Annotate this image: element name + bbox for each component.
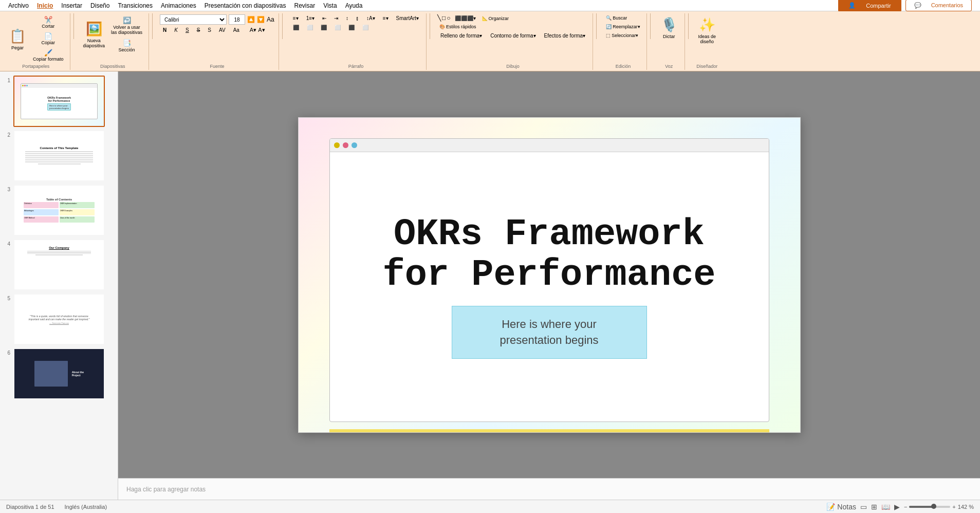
dot-pink [343, 142, 348, 148]
align-right-button[interactable]: ⬛ [318, 24, 330, 31]
text-case-button[interactable]: Aa [230, 26, 243, 34]
outline-button[interactable]: Contorno de forma▾ [487, 32, 539, 40]
menu-insertar[interactable]: Insertar [57, 1, 86, 10]
shapes-more-button[interactable]: ⬛⬛⬛▾ [452, 14, 479, 22]
shape-rect-button[interactable]: □ [442, 14, 446, 22]
columns-button[interactable]: ⫿ [353, 14, 362, 22]
slide-image-3[interactable]: Table of Contents Definition OKR Impleme… [13, 185, 105, 236]
shape-arrow-button[interactable]: ╲ [437, 14, 441, 22]
reading-view-button[interactable]: 📖 [881, 503, 890, 511]
indent-decrease-button[interactable]: ⇤ [319, 14, 329, 22]
select-button[interactable]: ⬚ Seleccionar▾ [604, 32, 642, 39]
ribbon-group-parrafo: ≡▾ 1≡▾ ⇤ ⇥ ↕ ⫿ ↕A▾ ≡▾ SmartArt▾ ⬛ ⬜ ⬛ ⬜ … [286, 13, 427, 70]
slide-image-1[interactable]: OKRs Frameworkfor Performance Here is wh… [13, 76, 105, 127]
search-button[interactable]: 🔍 Buscar [604, 14, 642, 22]
browser-chrome: OKRs Framework for Performance Here is w… [329, 138, 769, 422]
slide-image-4[interactable]: Our Company [13, 239, 105, 290]
justify-button[interactable]: ⬜ [331, 24, 344, 31]
column-align-button[interactable]: ⬜ [359, 24, 372, 31]
slide-thumb-1[interactable]: 1 OKRs Frameworkfor Performance Here is … [3, 76, 115, 127]
notes-area[interactable]: Haga clic para agregar notas [118, 478, 980, 500]
zoom-out-button[interactable]: − [904, 504, 907, 510]
highlight-color-button[interactable]: A▾ [258, 27, 265, 33]
font-family-select[interactable]: Calibri [160, 14, 227, 25]
italic-button[interactable]: K [171, 26, 181, 34]
dot-blue [352, 142, 357, 148]
fill-button[interactable]: Relleno de forma▾ [437, 32, 485, 40]
bold-button[interactable]: N [160, 26, 170, 34]
design-ideas-button[interactable]: ✨ Ideas dediseño [696, 14, 718, 45]
normal-view-button[interactable]: ▭ [860, 503, 867, 511]
menu-archivo[interactable]: Archivo [4, 1, 33, 10]
numbered-list-button[interactable]: 1≡▾ [303, 14, 318, 22]
share-button[interactable]: 👤 Compartir [838, 0, 901, 12]
slide-canvas[interactable]: OKRs Framework for Performance Here is w… [298, 117, 801, 433]
menu-ayuda[interactable]: Ayuda [341, 1, 367, 10]
ribbon-content: 📋 Pegar ✂️ Cortar 📄 Copiar 🖌️ Copiar for… [0, 11, 980, 71]
menu-diseno[interactable]: Diseño [86, 1, 114, 10]
menu-transiciones[interactable]: Transiciones [114, 1, 157, 10]
reuse-slides-button[interactable]: ↩️ Volver a usarlas diapositivas [109, 14, 144, 36]
bullet-list-button[interactable]: ≡▾ [290, 14, 302, 22]
slide-bottom-accent [329, 429, 769, 432]
slide-image-6[interactable]: About theProject [13, 348, 105, 399]
font-color-button[interactable]: A▾ [250, 27, 256, 33]
align-text-button[interactable]: ≡▾ [380, 14, 392, 22]
new-slide-button[interactable]: 🖼️ Nuevadiapositiva [81, 19, 107, 49]
slide-thumb-6[interactable]: 6 About theProject [3, 348, 115, 399]
ribbon-group-portapapeles: 📋 Pegar ✂️ Cortar 📄 Copiar 🖌️ Copiar for… [2, 13, 70, 70]
menu-animaciones[interactable]: Animaciones [157, 1, 200, 10]
font-size-down-button[interactable]: 🔽 [257, 16, 265, 23]
indent-increase-button[interactable]: ⇥ [331, 14, 341, 22]
dictate-button[interactable]: 🎙️ Dictar [658, 14, 680, 40]
align-left-button[interactable]: ⬛ [290, 24, 302, 31]
slide-image-2[interactable]: Contents of This Template [13, 130, 105, 181]
slide-thumb-3[interactable]: 3 Table of Contents Definition OKR Imple… [3, 185, 115, 236]
align-center-button[interactable]: ⬜ [304, 24, 316, 31]
clear-format-button[interactable]: Aa [267, 16, 274, 23]
paste-button[interactable]: 📋 Pegar [6, 26, 29, 51]
edicion-label: Edición [616, 63, 631, 69]
smartart-button[interactable]: SmartArt▾ [393, 14, 422, 22]
notes-toggle[interactable]: 📝 Notas [826, 503, 856, 511]
section-button[interactable]: 📑 Sección [109, 37, 144, 53]
effects-button[interactable]: Efectos de forma▾ [541, 32, 589, 40]
slide-thumb-5[interactable]: 5 "This is a quote, words full of wisdom… [3, 294, 115, 345]
replace-button[interactable]: 🔄 Reemplazar▾ [604, 23, 642, 30]
shadow-button[interactable]: S [205, 26, 214, 34]
copy-format-button[interactable]: 🖌️ Copiar formato [31, 47, 66, 63]
char-spacing-button[interactable]: AV [216, 26, 229, 34]
slideshow-button[interactable]: ▶ [894, 503, 900, 511]
slide-panel: 1 OKRs Frameworkfor Performance Here is … [0, 71, 118, 500]
align-justify-button[interactable]: ⬛ [345, 24, 358, 31]
menu-revisar[interactable]: Revisar [290, 1, 319, 10]
comments-button[interactable]: 💬 Comentarios [905, 0, 972, 11]
divider-2 [152, 13, 153, 39]
font-size-input[interactable] [229, 14, 245, 25]
organize-button[interactable]: 📐 Organizar [480, 14, 511, 22]
zoom-in-button[interactable]: + [952, 504, 955, 510]
subtitle-box[interactable]: Here is where your presentation begins [452, 306, 647, 359]
slide-thumb-4[interactable]: 4 Our Company [3, 239, 115, 290]
cut-button[interactable]: ✂️ Cortar [31, 14, 66, 30]
zoom-bar[interactable] [909, 506, 950, 508]
quick-styles-button[interactable]: 🎨 Estilos rápidos [437, 23, 478, 30]
menu-vista[interactable]: Vista [319, 1, 341, 10]
slide-image-5[interactable]: "This is a quote, words full of wisdom t… [13, 294, 105, 345]
line-spacing-button[interactable]: ↕ [343, 14, 352, 22]
slide-thumb-2[interactable]: 2 Contents of This Template [3, 130, 115, 181]
divider-1 [73, 13, 74, 39]
slide-sorter-button[interactable]: ⊞ [871, 503, 877, 511]
copy-button[interactable]: 📄 Copiar [31, 31, 66, 46]
main-title[interactable]: OKRs Framework for Performance [382, 214, 715, 296]
underline-button[interactable]: S [182, 26, 192, 34]
main-area: 1 OKRs Frameworkfor Performance Here is … [0, 71, 980, 500]
text-direction-button[interactable]: ↕A▾ [363, 14, 378, 22]
zoom-level[interactable]: 142 % [958, 504, 974, 510]
shape-oval-button[interactable]: ○ [447, 14, 450, 22]
menu-inicio[interactable]: Inicio [33, 1, 57, 10]
font-size-up-button[interactable]: 🔼 [247, 16, 255, 23]
strikethrough-button[interactable]: S [194, 26, 204, 34]
copy-format-icon: 🖌️ [43, 48, 53, 57]
menu-presentacion[interactable]: Presentación con diapositivas [200, 1, 290, 10]
